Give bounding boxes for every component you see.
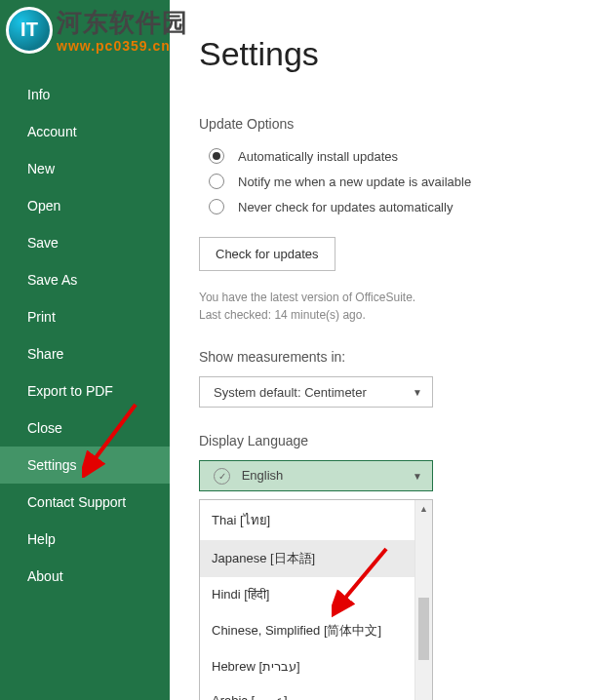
radio-label: Notify me when a new update is available xyxy=(238,175,471,189)
language-label: Display Language xyxy=(199,433,563,448)
sidebar-item-label: Share xyxy=(27,346,63,362)
sidebar: Info Account New Open Save Save As Print… xyxy=(0,0,170,700)
sidebar-item-about[interactable]: About xyxy=(0,558,170,595)
chevron-down-icon: ▼ xyxy=(413,471,422,482)
sidebar-item-label: Account xyxy=(27,124,77,139)
sidebar-item-settings[interactable]: Settings xyxy=(0,447,170,484)
sidebar-item-label: Export to PDF xyxy=(27,383,113,399)
back-arrow-icon xyxy=(20,25,47,53)
globe-icon: ✓ xyxy=(214,468,230,485)
update-radio-group: Automatically install updates Notify me … xyxy=(199,143,563,219)
sidebar-item-account[interactable]: Account xyxy=(0,113,170,150)
check-updates-button[interactable]: Check for updates xyxy=(199,237,335,271)
sidebar-item-label: Help xyxy=(27,531,56,547)
radio-icon xyxy=(209,148,224,164)
sidebar-item-save[interactable]: Save xyxy=(0,224,170,261)
sidebar-item-open[interactable]: Open xyxy=(0,187,170,224)
back-button[interactable] xyxy=(0,25,170,76)
sidebar-item-label: Save As xyxy=(27,272,77,288)
option-label: Hebrew [עברית] xyxy=(212,659,300,674)
sidebar-item-label: Info xyxy=(27,87,50,102)
lang-option-thai[interactable]: Thai [ไทย] xyxy=(200,500,414,540)
status-line: Last checked: 14 minute(s) ago. xyxy=(199,306,563,324)
measurements-label: Show measurements in: xyxy=(199,349,563,365)
lang-option-arabic[interactable]: Arabic [عربى] xyxy=(200,683,414,700)
sidebar-item-label: Print xyxy=(27,309,56,325)
radio-icon xyxy=(209,199,224,214)
sidebar-item-contact-support[interactable]: Contact Support xyxy=(0,484,170,521)
scroll-thumb[interactable] xyxy=(418,598,429,660)
select-value: System default: Centimeter xyxy=(214,385,367,400)
radio-icon xyxy=(209,174,224,189)
scrollbar[interactable]: ▲ ▼ xyxy=(414,500,432,700)
status-line: You have the latest version of OfficeSui… xyxy=(199,289,563,306)
language-dropdown: Thai [ไทย] Japanese [日本語] Hindi [हिंदी] … xyxy=(199,499,433,700)
option-label: Thai [ไทย] xyxy=(212,513,270,527)
sidebar-item-label: Close xyxy=(27,420,62,436)
sidebar-item-share[interactable]: Share xyxy=(0,335,170,372)
sidebar-item-new[interactable]: New xyxy=(0,150,170,187)
lang-option-hindi[interactable]: Hindi [हिंदी] xyxy=(200,577,414,612)
option-label: Chinese, Simplified [简体中文] xyxy=(212,623,381,638)
select-value: English xyxy=(242,468,284,483)
update-status: You have the latest version of OfficeSui… xyxy=(199,289,563,324)
sidebar-item-print[interactable]: Print xyxy=(0,298,170,335)
sidebar-item-info[interactable]: Info xyxy=(0,76,170,113)
language-select[interactable]: ✓ English ▼ xyxy=(199,460,433,491)
lang-option-japanese[interactable]: Japanese [日本語] xyxy=(200,540,414,577)
sidebar-item-label: About xyxy=(27,568,63,584)
sidebar-item-save-as[interactable]: Save As xyxy=(0,261,170,298)
sidebar-item-close[interactable]: Close xyxy=(0,409,170,447)
sidebar-item-label: Settings xyxy=(27,457,77,473)
option-label: Arabic [عربى] xyxy=(212,693,288,700)
option-label: Hindi [हिंदी] xyxy=(212,587,269,602)
lang-option-chinese-simplified[interactable]: Chinese, Simplified [简体中文] xyxy=(200,612,414,649)
radio-notify[interactable]: Notify me when a new update is available xyxy=(199,169,563,194)
update-options-label: Update Options xyxy=(199,116,563,132)
page-title: Settings xyxy=(199,35,563,73)
radio-label: Never check for updates automatically xyxy=(238,200,453,214)
sidebar-item-help[interactable]: Help xyxy=(0,521,170,558)
sidebar-item-label: Contact Support xyxy=(27,494,126,510)
scroll-up-icon[interactable]: ▲ xyxy=(415,500,432,518)
sidebar-item-label: Open xyxy=(27,198,60,214)
radio-label: Automatically install updates xyxy=(238,149,398,164)
option-label: Japanese [日本語] xyxy=(212,551,315,565)
sidebar-item-label: Save xyxy=(27,235,59,251)
sidebar-item-label: New xyxy=(27,161,55,176)
measurements-select[interactable]: System default: Centimeter ▼ xyxy=(199,376,433,408)
sidebar-item-export-pdf[interactable]: Export to PDF xyxy=(0,372,170,409)
radio-auto-install[interactable]: Automatically install updates xyxy=(199,143,563,169)
radio-never[interactable]: Never check for updates automatically xyxy=(199,194,563,219)
content-pane: Settings Update Options Automatically in… xyxy=(170,0,592,700)
chevron-down-icon: ▼ xyxy=(413,387,422,398)
lang-option-hebrew[interactable]: Hebrew [עברית] xyxy=(200,649,414,683)
